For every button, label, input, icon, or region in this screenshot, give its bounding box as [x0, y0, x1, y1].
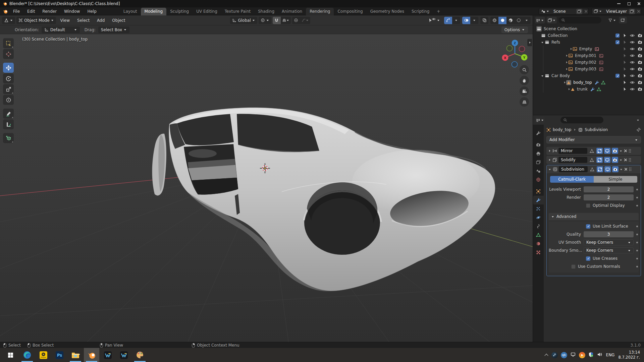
properties-editor-type-button[interactable]: [535, 117, 545, 123]
viewlayer-browse-button[interactable]: [592, 8, 604, 14]
tab-render[interactable]: [533, 140, 544, 149]
workspace-tab-sculpting[interactable]: Sculpting: [166, 8, 193, 15]
eye-icon[interactable]: [630, 33, 635, 38]
tool-annotate[interactable]: [3, 109, 14, 119]
camera-render-icon[interactable]: [638, 53, 642, 58]
eye-icon[interactable]: [630, 87, 635, 92]
workspace-tab-uv-editing[interactable]: UV Editing: [193, 8, 221, 15]
uv-smooth-dropdown[interactable]: Keep Corners: [584, 239, 634, 245]
scene-unlink-button[interactable]: [582, 9, 588, 14]
shading-rendered-button[interactable]: [515, 17, 523, 24]
show-in-edit-mode-toggle[interactable]: [597, 166, 603, 172]
taskbar-blender-active[interactable]: [84, 348, 99, 362]
expand-arrow-icon[interactable]: [541, 41, 544, 44]
viewlayer-remove-button[interactable]: [635, 9, 641, 14]
outliner-row-refs[interactable]: Refs: [533, 39, 644, 46]
render-toggle[interactable]: [612, 157, 618, 163]
outliner-row-empty-003[interactable]: Empty.003: [543, 66, 644, 72]
animate-dot[interactable]: [636, 266, 638, 267]
taskbar-file-explorer[interactable]: [68, 348, 83, 362]
outliner-search-input[interactable]: [558, 17, 601, 23]
selectable-pointer-icon[interactable]: [623, 80, 627, 85]
taskbar-media-player[interactable]: Player: [36, 348, 51, 362]
levels-viewport-field[interactable]: 2: [584, 186, 634, 192]
tab-scene[interactable]: [533, 167, 544, 175]
edit-mode-display-toggle[interactable]: [589, 148, 595, 154]
tab-physics[interactable]: [533, 213, 544, 222]
close-button[interactable]: [634, 0, 644, 7]
render-toggle[interactable]: [612, 166, 619, 172]
quality-field[interactable]: 3: [584, 231, 634, 237]
delete-modifier-button[interactable]: [624, 168, 628, 171]
delete-modifier-button[interactable]: [624, 158, 627, 162]
snap-settings-dropdown[interactable]: [281, 17, 291, 24]
tool-transform[interactable]: [3, 95, 14, 105]
expand-arrow-icon[interactable]: [570, 48, 573, 51]
workspace-tab-layout[interactable]: Layout: [120, 8, 141, 15]
workspace-tab-geometry-nodes[interactable]: Geometry Nodes: [367, 8, 408, 15]
minimize-button[interactable]: [614, 0, 624, 7]
workspace-tab-modeling[interactable]: Modeling: [141, 8, 167, 15]
show-overlays-toggle[interactable]: [462, 17, 470, 24]
options-button[interactable]: Options: [501, 26, 528, 33]
edit-mode-display-toggle[interactable]: [589, 157, 595, 163]
selectable-pointer-icon[interactable]: [623, 67, 627, 71]
selectable-pointer-icon[interactable]: [623, 60, 627, 65]
outliner-row-collection[interactable]: Collection: [533, 32, 644, 39]
use-limit-surface-checkbox[interactable]: [586, 224, 590, 229]
selectable-pointer-icon[interactable]: [623, 40, 627, 45]
shading-solid-button[interactable]: [498, 17, 506, 24]
eye-icon[interactable]: [630, 67, 635, 71]
car-body-mesh[interactable]: [152, 108, 495, 291]
show-object-types-dropdown[interactable]: [426, 17, 442, 24]
modifier-name-field[interactable]: Mirror: [558, 148, 587, 154]
workspace-tab-rendering[interactable]: Rendering: [306, 8, 334, 15]
eye-icon[interactable]: [630, 53, 635, 58]
collection-checkbox[interactable]: [615, 34, 620, 38]
tool-orientation-dropdown[interactable]: Default: [42, 26, 80, 33]
use-creases-checkbox[interactable]: [586, 256, 590, 261]
camera-render-icon[interactable]: [638, 87, 642, 92]
add-modifier-dropdown[interactable]: Add Modifier: [546, 136, 641, 143]
eye-icon[interactable]: [630, 80, 635, 85]
modifier-name-field[interactable]: Solidify: [558, 157, 587, 163]
pan-button[interactable]: [520, 76, 529, 85]
language-indicator[interactable]: ENG: [606, 353, 615, 357]
drag-dropdown[interactable]: Select Box: [98, 26, 129, 33]
tab-object-data[interactable]: [533, 231, 544, 239]
perspective-toggle-button[interactable]: [520, 97, 529, 107]
outliner-row-car-body[interactable]: Car Body: [533, 72, 644, 79]
menu-select[interactable]: Select: [74, 17, 93, 24]
drag-handle[interactable]: [629, 158, 631, 162]
expand-arrow-icon[interactable]: [565, 54, 568, 57]
taskbar-edge[interactable]: [19, 348, 35, 362]
falloff-dropdown[interactable]: [300, 17, 310, 24]
selectable-pointer-icon[interactable]: [623, 87, 627, 92]
defender-tray-icon[interactable]: [588, 352, 594, 358]
render-toggle[interactable]: [612, 148, 618, 154]
boundary-smooth-dropdown[interactable]: Keep Corners: [584, 247, 634, 253]
camera-render-icon[interactable]: [638, 80, 642, 85]
tab-texture[interactable]: [533, 248, 544, 257]
scene-name-field[interactable]: Scene: [551, 8, 576, 14]
steam-tray-icon[interactable]: [551, 352, 558, 358]
tab-tool[interactable]: [533, 129, 544, 137]
workspace-tab-add[interactable]: +: [433, 8, 444, 15]
camera-render-icon[interactable]: [638, 33, 642, 38]
outliner-filter-dropdown[interactable]: [607, 17, 617, 23]
snap-toggle[interactable]: [273, 17, 281, 24]
selectable-pointer-icon[interactable]: [623, 74, 627, 78]
modifier-subdivision-header[interactable]: Subdivision: [547, 165, 641, 173]
tool-cursor[interactable]: [3, 49, 14, 59]
expand-arrow-icon[interactable]: [548, 149, 551, 153]
outliner-filter-display-dropdown[interactable]: [547, 17, 557, 23]
camera-render-icon[interactable]: [638, 40, 642, 45]
eye-icon[interactable]: [630, 60, 635, 65]
tab-view-layer[interactable]: [533, 158, 544, 167]
taskbar-photoshop[interactable]: Ps: [52, 348, 67, 362]
maximize-button[interactable]: [624, 0, 634, 7]
drag-handle[interactable]: [629, 149, 631, 153]
animate-dot[interactable]: [636, 258, 638, 259]
menu-window[interactable]: Window: [60, 7, 84, 15]
animate-dot[interactable]: [636, 226, 638, 227]
